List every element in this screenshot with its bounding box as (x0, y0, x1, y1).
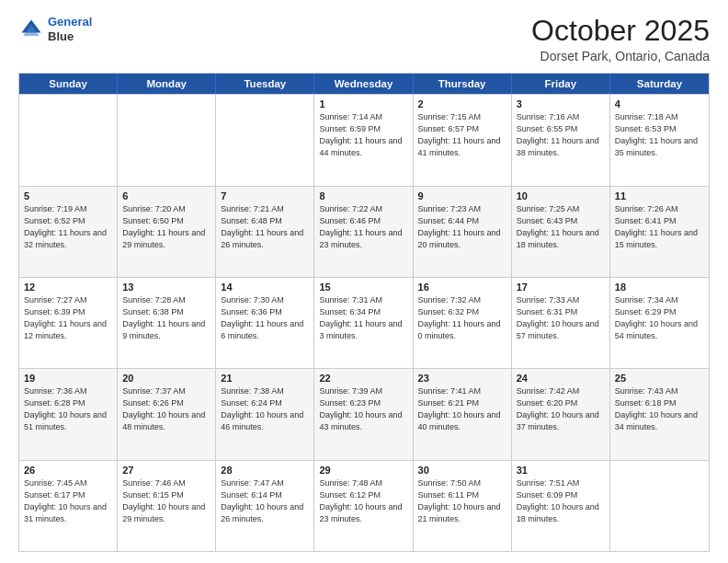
calendar-day-15: 15Sunrise: 7:31 AM Sunset: 6:34 PM Dayli… (314, 278, 413, 368)
day-info: Sunrise: 7:28 AM Sunset: 6:38 PM Dayligh… (122, 294, 210, 342)
day-number: 6 (122, 190, 210, 201)
day-info: Sunrise: 7:27 AM Sunset: 6:39 PM Dayligh… (24, 294, 112, 342)
calendar-header-row: SundayMondayTuesdayWednesdayThursdayFrid… (19, 74, 709, 94)
page: General Blue October 2025 Dorset Park, O… (0, 0, 728, 563)
day-number: 25 (615, 373, 704, 384)
day-info: Sunrise: 7:46 AM Sunset: 6:15 PM Dayligh… (122, 477, 210, 525)
calendar-week-3: 12Sunrise: 7:27 AM Sunset: 6:39 PM Dayli… (19, 277, 709, 368)
calendar-day-empty (19, 95, 118, 185)
day-number: 1 (319, 98, 407, 109)
day-number: 28 (221, 465, 309, 476)
day-info: Sunrise: 7:33 AM Sunset: 6:31 PM Dayligh… (517, 294, 605, 342)
calendar-day-9: 9Sunrise: 7:23 AM Sunset: 6:44 PM Daylig… (414, 187, 512, 277)
day-info: Sunrise: 7:38 AM Sunset: 6:24 PM Dayligh… (221, 385, 309, 433)
day-number: 16 (418, 282, 506, 293)
day-number: 19 (24, 373, 112, 384)
calendar-day-23: 23Sunrise: 7:41 AM Sunset: 6:21 PM Dayli… (414, 369, 512, 459)
calendar-day-empty (610, 461, 709, 551)
day-number: 13 (122, 282, 210, 293)
header: General Blue October 2025 Dorset Park, O… (18, 15, 710, 63)
logo-text: General Blue (48, 15, 92, 43)
calendar-day-1: 1Sunrise: 7:14 AM Sunset: 6:59 PM Daylig… (314, 95, 413, 185)
day-info: Sunrise: 7:37 AM Sunset: 6:26 PM Dayligh… (122, 385, 210, 433)
day-info: Sunrise: 7:19 AM Sunset: 6:52 PM Dayligh… (24, 203, 112, 251)
calendar-week-1: 1Sunrise: 7:14 AM Sunset: 6:59 PM Daylig… (19, 94, 709, 185)
day-number: 9 (418, 190, 506, 201)
day-number: 5 (24, 190, 112, 201)
calendar-day-empty (216, 95, 314, 185)
day-info: Sunrise: 7:34 AM Sunset: 6:29 PM Dayligh… (615, 294, 704, 342)
calendar-day-11: 11Sunrise: 7:26 AM Sunset: 6:41 PM Dayli… (610, 187, 709, 277)
calendar-day-22: 22Sunrise: 7:39 AM Sunset: 6:23 PM Dayli… (314, 369, 413, 459)
weekday-header-saturday: Saturday (610, 74, 709, 94)
day-number: 14 (221, 282, 309, 293)
day-number: 23 (418, 373, 506, 384)
calendar-day-24: 24Sunrise: 7:42 AM Sunset: 6:20 PM Dayli… (512, 369, 610, 459)
calendar-day-13: 13Sunrise: 7:28 AM Sunset: 6:38 PM Dayli… (118, 278, 216, 368)
day-number: 31 (517, 465, 605, 476)
day-info: Sunrise: 7:31 AM Sunset: 6:34 PM Dayligh… (319, 294, 407, 342)
day-info: Sunrise: 7:25 AM Sunset: 6:43 PM Dayligh… (517, 203, 605, 251)
day-number: 4 (615, 98, 704, 109)
calendar-day-4: 4Sunrise: 7:18 AM Sunset: 6:53 PM Daylig… (610, 95, 709, 185)
calendar-day-19: 19Sunrise: 7:36 AM Sunset: 6:28 PM Dayli… (19, 369, 118, 459)
day-info: Sunrise: 7:41 AM Sunset: 6:21 PM Dayligh… (418, 385, 506, 433)
day-info: Sunrise: 7:39 AM Sunset: 6:23 PM Dayligh… (319, 385, 407, 433)
day-info: Sunrise: 7:22 AM Sunset: 6:46 PM Dayligh… (319, 203, 407, 251)
day-number: 3 (517, 98, 605, 109)
day-number: 18 (615, 282, 704, 293)
day-number: 8 (319, 190, 407, 201)
day-number: 29 (319, 465, 407, 476)
calendar-day-27: 27Sunrise: 7:46 AM Sunset: 6:15 PM Dayli… (118, 461, 216, 551)
calendar: SundayMondayTuesdayWednesdayThursdayFrid… (18, 73, 710, 552)
weekday-header-monday: Monday (118, 74, 216, 94)
day-info: Sunrise: 7:51 AM Sunset: 6:09 PM Dayligh… (517, 477, 605, 525)
day-info: Sunrise: 7:36 AM Sunset: 6:28 PM Dayligh… (24, 385, 112, 433)
calendar-day-3: 3Sunrise: 7:16 AM Sunset: 6:55 PM Daylig… (512, 95, 610, 185)
day-number: 7 (221, 190, 309, 201)
day-info: Sunrise: 7:21 AM Sunset: 6:48 PM Dayligh… (221, 203, 309, 251)
day-number: 17 (517, 282, 605, 293)
weekday-header-sunday: Sunday (19, 74, 118, 94)
weekday-header-thursday: Thursday (414, 74, 512, 94)
day-number: 2 (418, 98, 506, 109)
calendar-day-8: 8Sunrise: 7:22 AM Sunset: 6:46 PM Daylig… (314, 187, 413, 277)
calendar-day-12: 12Sunrise: 7:27 AM Sunset: 6:39 PM Dayli… (19, 278, 118, 368)
calendar-day-26: 26Sunrise: 7:45 AM Sunset: 6:17 PM Dayli… (19, 461, 118, 551)
day-number: 30 (418, 465, 506, 476)
day-info: Sunrise: 7:48 AM Sunset: 6:12 PM Dayligh… (319, 477, 407, 525)
weekday-header-friday: Friday (512, 74, 610, 94)
calendar-day-14: 14Sunrise: 7:30 AM Sunset: 6:36 PM Dayli… (216, 278, 314, 368)
day-number: 27 (122, 465, 210, 476)
day-info: Sunrise: 7:20 AM Sunset: 6:50 PM Dayligh… (122, 203, 210, 251)
calendar-body: 1Sunrise: 7:14 AM Sunset: 6:59 PM Daylig… (19, 94, 709, 551)
calendar-day-21: 21Sunrise: 7:38 AM Sunset: 6:24 PM Dayli… (216, 369, 314, 459)
calendar-day-29: 29Sunrise: 7:48 AM Sunset: 6:12 PM Dayli… (314, 461, 413, 551)
day-number: 20 (122, 373, 210, 384)
day-number: 24 (517, 373, 605, 384)
calendar-day-31: 31Sunrise: 7:51 AM Sunset: 6:09 PM Dayli… (512, 461, 610, 551)
calendar-week-5: 26Sunrise: 7:45 AM Sunset: 6:17 PM Dayli… (19, 460, 709, 551)
location-text: Dorset Park, Ontario, Canada (531, 49, 710, 63)
day-number: 21 (221, 373, 309, 384)
day-info: Sunrise: 7:26 AM Sunset: 6:41 PM Dayligh… (615, 203, 704, 251)
day-info: Sunrise: 7:18 AM Sunset: 6:53 PM Dayligh… (615, 111, 704, 159)
day-info: Sunrise: 7:43 AM Sunset: 6:18 PM Dayligh… (615, 385, 704, 433)
weekday-header-tuesday: Tuesday (216, 74, 314, 94)
logo-icon (18, 17, 44, 42)
calendar-day-30: 30Sunrise: 7:50 AM Sunset: 6:11 PM Dayli… (414, 461, 512, 551)
day-number: 12 (24, 282, 112, 293)
day-info: Sunrise: 7:16 AM Sunset: 6:55 PM Dayligh… (517, 111, 605, 159)
day-info: Sunrise: 7:47 AM Sunset: 6:14 PM Dayligh… (221, 477, 309, 525)
month-title: October 2025 (531, 15, 710, 47)
calendar-week-4: 19Sunrise: 7:36 AM Sunset: 6:28 PM Dayli… (19, 368, 709, 459)
calendar-day-2: 2Sunrise: 7:15 AM Sunset: 6:57 PM Daylig… (414, 95, 512, 185)
day-number: 22 (319, 373, 407, 384)
weekday-header-wednesday: Wednesday (314, 74, 413, 94)
calendar-day-6: 6Sunrise: 7:20 AM Sunset: 6:50 PM Daylig… (118, 187, 216, 277)
day-info: Sunrise: 7:30 AM Sunset: 6:36 PM Dayligh… (221, 294, 309, 342)
day-info: Sunrise: 7:23 AM Sunset: 6:44 PM Dayligh… (418, 203, 506, 251)
day-number: 15 (319, 282, 407, 293)
day-number: 10 (517, 190, 605, 201)
calendar-day-20: 20Sunrise: 7:37 AM Sunset: 6:26 PM Dayli… (118, 369, 216, 459)
